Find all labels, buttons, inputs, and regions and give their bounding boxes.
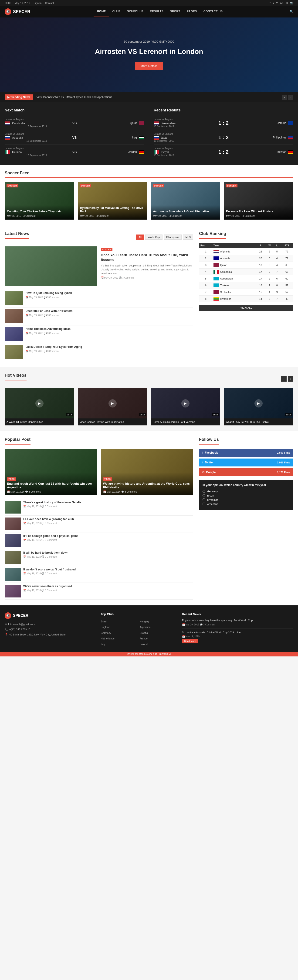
contact-link[interactable]: Contact — [45, 2, 54, 5]
feed-card[interactable]: SOCCER Hypnotherapy For Motivation Getti… — [78, 182, 147, 220]
team-name: Ucraina — [277, 121, 286, 125]
instagram-icon[interactable]: 📷 — [290, 2, 293, 5]
feed-card[interactable]: SOCCER Decorate For Less With Art Poster… — [224, 182, 293, 220]
nav-sport[interactable]: SPORT — [167, 6, 184, 17]
list-item[interactable]: Lasik Doesn T Stop Your Eyes From Aging … — [5, 344, 193, 361]
nav-contact[interactable]: CONTACT US — [200, 6, 226, 17]
hot-videos-header: Hot Videos ‹ › — [5, 373, 293, 385]
nav-schedule[interactable]: SCHEDULE — [124, 6, 147, 17]
flag-qa-icon — [139, 121, 144, 125]
list-item[interactable]: How To Quit Smoking Using Zyban 📅 May 19… — [5, 290, 193, 307]
video-next-button[interactable]: › — [288, 376, 293, 382]
video-card[interactable]: ▶ 11:13 Video Games Playing With Imagina… — [78, 388, 147, 425]
recent-news-title[interactable]: Sri Lanka v Australia: Cricket World Cup… — [182, 631, 293, 634]
rank-pts: 68 — [280, 262, 293, 269]
google-button[interactable]: G Google 1,170 Fans — [199, 468, 293, 476]
post-list-meta: 📅 May 19, 2016 💬 0 Comment — [23, 555, 193, 558]
list-item[interactable]: Home Business Advertising Ideas 📅 May 19… — [5, 325, 193, 344]
vimeo-icon[interactable]: v — [276, 2, 278, 5]
club-brazil[interactable]: Brazil — [101, 619, 136, 624]
search-icon[interactable]: 🔍 — [289, 10, 293, 14]
club-england[interactable]: England — [101, 624, 136, 630]
nav-results[interactable]: RESULTS — [147, 6, 167, 17]
vine-icon[interactable]: v — [273, 2, 274, 5]
poll-radio[interactable] — [203, 490, 205, 493]
poll-radio[interactable] — [203, 498, 205, 501]
poll-option[interactable]: Germany — [203, 490, 290, 493]
table-row[interactable]: 7 Sri Lanka 15 4 9 52 — [199, 289, 293, 296]
table-row[interactable]: 4 Cambodia 17 2 7 66 — [199, 269, 293, 275]
tab-world-cup[interactable]: World Cup — [145, 234, 163, 240]
club-italy[interactable]: Italy — [101, 641, 136, 647]
club-france[interactable]: France — [140, 636, 175, 641]
table-row[interactable]: 5 Uzbekistan 17 2 6 60 — [199, 275, 293, 282]
result-meta: Ucrana vs England — [154, 118, 217, 121]
feed-card[interactable]: SOCCER Counting Your Chicken Before They… — [5, 182, 74, 220]
feed-card-meta: May 19, 2019 3 Comment — [80, 215, 145, 217]
table-row[interactable]: 2 Australia 20 3 4 71 — [199, 255, 293, 262]
club-hungary[interactable]: Hungary — [140, 619, 175, 624]
poll-option[interactable]: Myanmar — [203, 498, 290, 501]
list-item[interactable]: We've never seen them as organised 📅 May… — [5, 583, 193, 600]
feed-card[interactable]: SOCCER Astronomy Binoculars A Great Alte… — [151, 182, 220, 220]
nav-home[interactable]: HOME — [94, 6, 109, 17]
score: 1 : 2 — [219, 135, 228, 140]
news-featured-title[interactable]: Once You Learn These Hard Truths About L… — [101, 253, 193, 262]
post-list-content: There's a great history of the winner Sa… — [23, 501, 193, 514]
list-item[interactable]: There's a great history of the winner Sa… — [5, 499, 193, 515]
table-row[interactable]: 3 Qatar 18 6 4 68 — [199, 262, 293, 269]
nav-pages[interactable]: PAGES — [184, 6, 200, 17]
linkedin-icon[interactable]: in — [286, 2, 288, 5]
post-featured-meta: 📅 May 19, 2016 💬 3 Comment — [103, 490, 191, 493]
facebook-icon[interactable]: f — [269, 2, 270, 5]
hero-more-details-button[interactable]: More Details — [135, 62, 163, 70]
table-row[interactable]: 8 Myanmar 14 3 7 46 — [199, 296, 293, 302]
club-poland[interactable]: Poland — [140, 641, 175, 647]
rank-w: 2 — [265, 275, 274, 282]
twitter-button[interactable]: t Twitter 3,966 Fans — [199, 458, 293, 466]
club-argentina[interactable]: Argentina — [140, 624, 175, 630]
site-logo[interactable]: ⚽ SPECER — [5, 8, 30, 15]
nav-club[interactable]: CLUB — [109, 6, 124, 17]
googleplus-icon[interactable]: G+ — [280, 2, 283, 5]
club-germany[interactable]: Germany — [101, 630, 136, 636]
post-feat-img-wrap[interactable]: VIDEO We are playing history and Argenti… — [101, 449, 193, 495]
news-featured-text: It's that time again when people start t… — [101, 264, 193, 275]
read-more-button[interactable]: Read More — [182, 639, 198, 643]
list-item[interactable]: It'll be a tough game and a physical gam… — [5, 533, 193, 549]
club-croatia[interactable]: Croatia — [140, 630, 175, 636]
list-item[interactable]: Le Have does have a growing fan club 📅 M… — [5, 515, 193, 533]
list-item[interactable]: It will be hard to break them down 📅 May… — [5, 549, 193, 566]
facebook-button[interactable]: f Facebook 2,500 Fans — [199, 449, 293, 457]
video-card[interactable]: ▶ 11:13 What If They Let You Run The Hub… — [224, 388, 293, 425]
video-card[interactable]: ▶ 11:13 Home Audio Recording For Everyon… — [151, 388, 220, 425]
view-all-button[interactable]: VIEW ALL — [199, 305, 293, 311]
post-list-title: It will be hard to break them down — [23, 551, 193, 555]
club-netherlands[interactable]: Netherlands — [101, 636, 136, 641]
table-row[interactable]: 1 Afghania 22 2 5 72 — [199, 248, 293, 255]
trending-next-button[interactable]: › — [288, 95, 293, 100]
feed-card-meta: May 15, 2019 3 Comment — [7, 215, 72, 217]
poll-option[interactable]: Argentina — [203, 503, 290, 505]
signin-link[interactable]: Sign In — [33, 2, 41, 5]
video-prev-button[interactable]: ‹ — [281, 376, 287, 382]
recent-news-title[interactable]: England win shows they have the spark to… — [182, 619, 293, 622]
watermark: 仿制网 bbs.bfenloo.com 买卖不卖整套源码 — [0, 652, 298, 657]
trending-prev-button[interactable]: ‹ — [282, 95, 287, 100]
post-feat-img-wrap[interactable]: VIDEO England reach World Cup last 16 wi… — [5, 449, 97, 495]
tab-all[interactable]: All — [136, 234, 144, 240]
poll-radio[interactable] — [203, 494, 205, 497]
feed-badge: SOCCER — [226, 184, 238, 188]
post-list-meta: 📅 May 19, 2016 💬 0 Comment — [23, 522, 193, 525]
list-item[interactable]: Decorate For Less With Art Posters 📅 May… — [5, 307, 193, 325]
video-card[interactable]: ▶ 11:13 A World Of Infinite Opportunitie… — [5, 388, 74, 425]
list-item[interactable]: If we don't score we can't get frustrate… — [5, 566, 193, 583]
poll-radio[interactable] — [203, 503, 205, 505]
team-name: Darussalam — [161, 122, 176, 125]
rank-pos: 4 — [199, 269, 212, 275]
poll-option[interactable]: Brazil — [203, 494, 290, 497]
post-list-image — [5, 551, 21, 564]
table-row[interactable]: 6 Turkme 18 1 8 57 — [199, 282, 293, 289]
tab-mls[interactable]: MLS — [183, 234, 193, 240]
tab-champions[interactable]: Champions — [164, 234, 182, 240]
